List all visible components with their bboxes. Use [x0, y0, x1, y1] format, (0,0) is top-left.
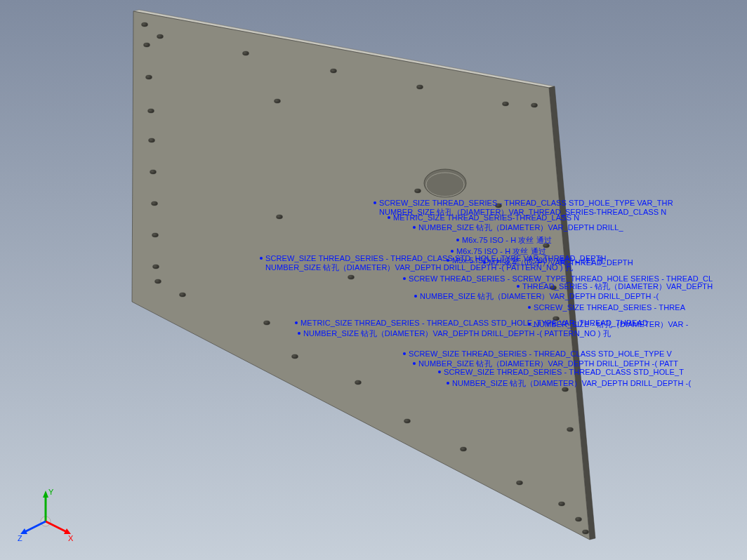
drill-hole [567, 427, 574, 432]
drill-hole [461, 447, 467, 451]
drill-hole [277, 215, 283, 219]
drill-hole [157, 34, 164, 39]
drill-hole [503, 102, 509, 106]
drill-hole [553, 316, 560, 321]
drill-hole [355, 380, 362, 385]
drill-hole [517, 481, 523, 485]
drill-hole [148, 109, 154, 113]
model-svg [0, 0, 747, 560]
drill-hole [142, 22, 148, 27]
drill-hole [292, 354, 298, 359]
drill-hole [264, 321, 270, 325]
drill-hole [576, 517, 582, 521]
drill-hole [144, 43, 150, 47]
drill-hole [583, 530, 589, 534]
drill-hole [153, 265, 159, 269]
drill-hole [150, 170, 157, 174]
drill-hole [331, 69, 337, 73]
drill-hole [348, 275, 355, 279]
drill-hole [496, 204, 502, 208]
drill-hole [152, 233, 159, 237]
drill-hole [531, 103, 538, 107]
drill-hole [550, 286, 557, 290]
drill-hole [155, 279, 161, 284]
drill-hole [146, 75, 152, 79]
cad-viewport[interactable]: SCREW_SIZE THREAD_SERIES - THREAD_CLASS … [0, 0, 747, 560]
drill-hole [559, 502, 565, 506]
drill-hole [415, 189, 421, 193]
drill-hole [562, 387, 569, 392]
plate-front-face [132, 11, 590, 540]
drill-hole [243, 51, 249, 55]
drill-hole [404, 419, 411, 423]
large-bore-hole [424, 169, 466, 197]
drill-hole [152, 201, 158, 206]
drill-hole [180, 293, 186, 297]
drill-hole [417, 85, 423, 89]
drill-hole [275, 99, 281, 103]
drill-hole [543, 244, 550, 248]
drill-hole [149, 138, 155, 142]
